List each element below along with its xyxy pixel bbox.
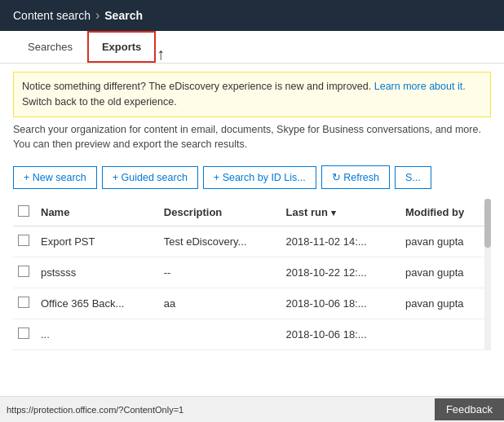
notice-text1: Notice something different? The eDiscove… — [22, 81, 371, 92]
row-description: aa — [159, 288, 281, 319]
description-text: Search your organization for content in … — [13, 122, 491, 153]
select-all-checkbox[interactable] — [18, 205, 29, 217]
more-button[interactable]: S... — [395, 166, 431, 189]
row-last-run: 2018-10-06 18:... — [281, 319, 400, 350]
row-last-run: 2018-10-22 12:... — [281, 257, 400, 288]
guided-search-button[interactable]: + Guided search — [102, 166, 198, 189]
col-modified-by: Modified by — [400, 199, 491, 226]
col-last-run[interactable]: Last run ▾ — [281, 199, 400, 226]
row-checkbox[interactable] — [18, 327, 29, 339]
search-by-id-button[interactable]: + Search by ID Lis... — [203, 166, 316, 189]
row-modified-by: pavan gupta — [400, 226, 491, 257]
feedback-button[interactable]: Feedback — [435, 398, 504, 420]
table-row[interactable]: Export PST Test eDiscovery... 2018-11-02… — [13, 226, 491, 257]
row-last-run: 2018-10-06 18:... — [281, 288, 400, 319]
row-name: ... — [36, 319, 159, 350]
notice-banner: Notice something different? The eDiscove… — [13, 72, 491, 117]
notice-text2[interactable]: Switch back to the old experience. — [22, 96, 177, 108]
row-description: Test eDiscovery... — [159, 226, 281, 257]
breadcrumb-content-search[interactable]: Content search — [13, 9, 91, 22]
row-checkbox[interactable] — [18, 297, 29, 308]
table-row[interactable]: ... 2018-10-06 18:... — [13, 319, 491, 350]
row-name: Export PST — [36, 226, 159, 257]
bottom-bar: https://protection.office.com/?ContentOn… — [0, 396, 504, 422]
scrollbar-thumb[interactable] — [484, 199, 491, 248]
select-all-header[interactable] — [13, 199, 36, 226]
row-name: pstssss — [36, 257, 159, 288]
col-description: Description — [159, 199, 281, 226]
table-row[interactable]: pstssss -- 2018-10-22 12:... pavan gupta — [13, 257, 491, 288]
new-search-button[interactable]: + New search — [13, 166, 97, 189]
url-display: https://protection.office.com/?ContentOn… — [0, 405, 190, 415]
breadcrumb-search: Search — [104, 9, 143, 22]
row-modified-by: pavan gupta — [400, 257, 491, 288]
action-bar: + New search + Guided search + Search by… — [0, 160, 504, 194]
breadcrumb-separator: › — [95, 8, 99, 23]
row-checkbox[interactable] — [18, 266, 29, 277]
row-description: -- — [159, 257, 281, 288]
header: Content search › Search — [0, 0, 504, 31]
refresh-button[interactable]: ↻ Refresh — [321, 165, 390, 189]
row-checkbox[interactable] — [18, 235, 29, 246]
row-name: Office 365 Back... — [36, 288, 159, 319]
row-modified-by: pavan gupta — [400, 288, 491, 319]
tabs-bar: Searches Exports — [0, 31, 504, 64]
tab-searches[interactable]: Searches — [13, 31, 87, 63]
notice-link1[interactable]: Learn more about it. — [374, 81, 466, 92]
scrollbar-track[interactable] — [484, 199, 491, 350]
row-description — [159, 319, 281, 350]
row-modified-by — [400, 319, 491, 350]
tab-exports[interactable]: Exports — [87, 31, 156, 63]
table-row[interactable]: Office 365 Back... aa 2018-10-06 18:... … — [13, 288, 491, 319]
row-last-run: 2018-11-02 14:... — [281, 226, 400, 257]
search-results-table: Name Description Last run ▾ Modified by … — [13, 199, 491, 350]
col-name: Name — [36, 199, 159, 226]
